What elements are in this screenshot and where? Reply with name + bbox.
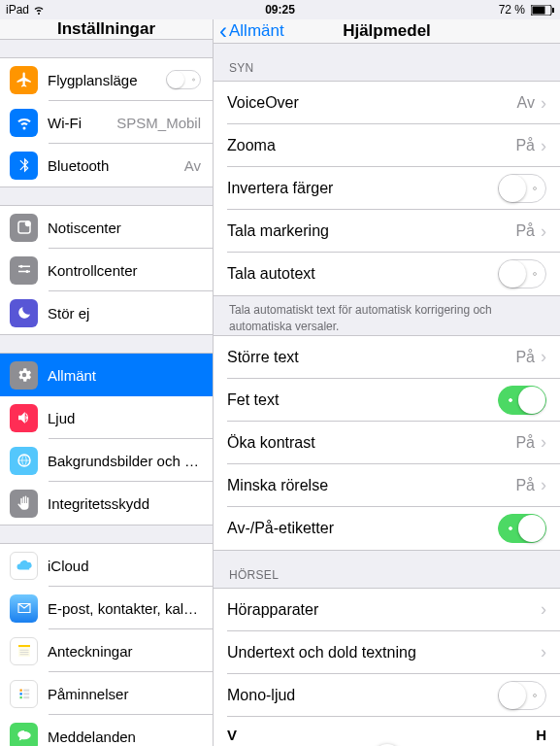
label: iCloud	[48, 558, 201, 574]
speaker-icon	[10, 404, 38, 432]
reminders-icon	[10, 680, 38, 708]
detail-navbar: ‹ Allmänt Hjälpmedel	[214, 19, 560, 44]
svg-rect-19	[19, 696, 21, 698]
sidebar-item-general[interactable]: Allmänt	[0, 354, 213, 396]
chevron-right-icon: ›	[541, 347, 546, 367]
chevron-right-icon: ›	[541, 136, 546, 156]
svg-rect-17	[19, 693, 21, 695]
svg-rect-20	[23, 696, 29, 698]
chevron-right-icon: ›	[541, 93, 546, 114]
mail-icon	[10, 594, 38, 623]
sidebar-item-notes[interactable]: Anteckningar	[0, 629, 213, 672]
row-speak-selection[interactable]: Tala markeringPå›	[214, 210, 560, 253]
svg-rect-10	[18, 645, 30, 647]
battery-text: 72 %	[499, 3, 525, 17]
label: Wi-Fi	[48, 115, 107, 131]
invert-toggle[interactable]	[498, 174, 546, 203]
row-reduce-motion[interactable]: Minska rörelsePå›	[214, 464, 560, 507]
bold-toggle[interactable]	[498, 386, 546, 415]
device-label: iPad	[6, 3, 29, 17]
wifi-icon	[33, 4, 45, 16]
syn-note: Tala automatiskt text för automatisk kor…	[214, 296, 560, 335]
row-subtitles[interactable]: Undertext och dold textning›	[214, 631, 560, 674]
label: Bluetooth	[48, 157, 175, 174]
mono-toggle[interactable]	[498, 681, 546, 710]
row-balance: VH	[214, 717, 560, 746]
clock: 09:25	[265, 3, 295, 17]
detail-pane: ‹ Allmänt Hjälpmedel SYN VoiceOverAv› Zo…	[214, 19, 560, 746]
airplane-toggle[interactable]	[166, 70, 201, 89]
sidebar-item-wallpaper[interactable]: Bakgrundsbilder och ljusstyrka	[0, 439, 213, 482]
sidebar-item-sounds[interactable]: Ljud	[0, 396, 213, 439]
row-voiceover[interactable]: VoiceOverAv›	[214, 82, 560, 124]
battery-icon	[531, 5, 554, 16]
speakauto-toggle[interactable]	[498, 259, 546, 288]
sidebar-item-messages[interactable]: Meddelanden	[0, 715, 213, 746]
sidebar-group-apps: iCloud E-post, kontakter, kalendrar Ante…	[0, 543, 213, 746]
wifi-value: SPSM_Mobil	[116, 115, 201, 131]
row-bold-text: Fet text	[214, 379, 560, 422]
svg-rect-1	[533, 6, 545, 14]
chevron-right-icon: ›	[541, 642, 546, 662]
chevron-right-icon: ›	[541, 221, 546, 242]
row-speak-autotext: Tala autotext	[214, 253, 560, 295]
svg-rect-2	[552, 8, 554, 13]
label: Påminnelser	[48, 686, 201, 702]
airplane-icon	[10, 66, 38, 94]
row-zoom[interactable]: ZoomaPå›	[214, 124, 560, 167]
chevron-left-icon: ‹	[219, 19, 227, 43]
page-title: Hjälpmedel	[343, 21, 431, 41]
sidebar-item-icloud[interactable]: iCloud	[0, 544, 213, 587]
sidebar-item-mail[interactable]: E-post, kontakter, kalendrar	[0, 587, 213, 629]
sidebar-item-wifi[interactable]: Wi-Fi SPSM_Mobil	[0, 101, 213, 144]
row-larger-text[interactable]: Större textPå›	[214, 336, 560, 379]
row-invert: Invertera färger	[214, 167, 560, 210]
svg-rect-16	[23, 690, 29, 692]
row-hearing[interactable]: Hörapparater›	[214, 589, 560, 631]
back-button[interactable]: ‹ Allmänt	[214, 19, 284, 43]
svg-rect-6	[18, 266, 30, 268]
sidebar-group-notifications: Notiscenter Kontrollcenter Stör ej	[0, 205, 213, 335]
settings-sidebar: Inställningar Flygplansläge Wi-Fi SPSM_M…	[0, 19, 214, 746]
label: Flygplansläge	[48, 72, 156, 88]
sidebar-item-reminders[interactable]: Påminnelser	[0, 672, 213, 715]
label: Allmänt	[48, 367, 201, 384]
controlcenter-icon	[10, 256, 38, 285]
label: Kontrollcenter	[48, 262, 201, 279]
wifi-icon	[10, 109, 38, 137]
label: Bakgrundsbilder och ljusstyrka	[48, 453, 201, 469]
chevron-right-icon: ›	[541, 432, 546, 453]
sidebar-item-notifications[interactable]: Notiscenter	[0, 206, 213, 249]
sidebar-item-airplane[interactable]: Flygplansläge	[0, 58, 213, 101]
moon-icon	[10, 299, 38, 327]
row-contrast[interactable]: Öka kontrastPå›	[214, 422, 560, 464]
svg-rect-15	[19, 690, 21, 692]
notes-icon	[10, 637, 38, 665]
sidebar-group-connectivity: Flygplansläge Wi-Fi SPSM_Mobil Bluetooth…	[0, 57, 213, 187]
sidebar-item-privacy[interactable]: Integritetsskydd	[0, 482, 213, 525]
bluetooth-icon	[10, 152, 38, 180]
row-onoff-labels: Av-/På-etiketter	[214, 507, 560, 550]
sidebar-item-dnd[interactable]: Stör ej	[0, 291, 213, 334]
chevron-right-icon: ›	[541, 475, 546, 495]
cloud-icon	[10, 552, 38, 580]
sidebar-title: Inställningar	[0, 19, 213, 40]
sidebar-item-bluetooth[interactable]: Bluetooth Av	[0, 144, 213, 186]
messages-icon	[10, 723, 38, 747]
svg-point-4	[24, 220, 30, 226]
sidebar-group-general: Allmänt Ljud Bakgrundsbilder och ljussty…	[0, 353, 213, 526]
label: Ljud	[48, 410, 201, 426]
label: E-post, kontakter, kalendrar	[48, 600, 201, 617]
label: Notiscenter	[48, 220, 201, 236]
svg-rect-18	[23, 693, 29, 695]
sidebar-item-controlcenter[interactable]: Kontrollcenter	[0, 249, 213, 291]
onoff-toggle[interactable]	[498, 514, 546, 543]
label: Integritetsskydd	[48, 495, 201, 512]
hand-icon	[10, 490, 38, 518]
balance-right: H	[536, 727, 546, 743]
section-horsel: HÖRSEL	[214, 551, 560, 588]
back-label: Allmänt	[229, 21, 284, 41]
section-syn: SYN	[214, 44, 560, 81]
row-mono: Mono-ljud	[214, 674, 560, 717]
label: Anteckningar	[48, 643, 201, 660]
